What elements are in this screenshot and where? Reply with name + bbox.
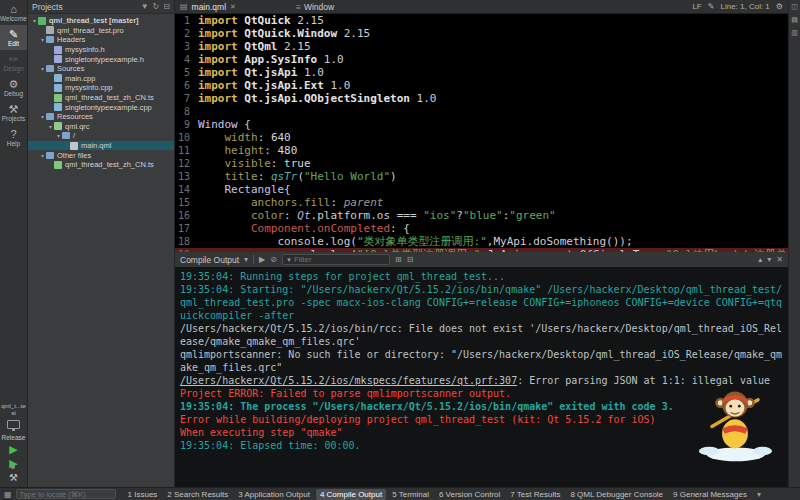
build-button[interactable]: ⚒ — [9, 472, 18, 483]
expander-icon[interactable]: ▾ — [39, 36, 46, 43]
filter-tree-icon[interactable]: ▼ — [141, 2, 149, 11]
output-line: When executing step "qmake" — [180, 426, 783, 439]
tree-item-label: main.cpp — [65, 74, 95, 83]
tree-item-singletontypeexample-cpp[interactable]: singletontypeexample.cpp — [28, 102, 174, 112]
line-ending-indicator[interactable]: LF — [692, 2, 701, 11]
code-line-13: 13 title: qsTr("Hello World") — [175, 170, 788, 183]
editor-column: ▤ main.qml ✕ ≡ Window LF ✎ Line: 1, Col:… — [175, 0, 788, 487]
line-number: 13 — [175, 170, 198, 183]
tree-item-resources[interactable]: ▾Resources — [28, 112, 174, 122]
output-pane-7-test-results[interactable]: 7 Test Results — [506, 489, 564, 500]
line-number: 2 — [175, 27, 198, 40]
output-pane-8-qml-debugger-console[interactable]: 8 QML Debugger Console — [566, 489, 667, 500]
compile-output-log[interactable]: 19:35:04: Running steps for project qml_… — [175, 267, 788, 487]
run-build-icon[interactable]: ▶ — [259, 255, 265, 264]
code-text: import Qt.jsApi.Ext 1.0 — [198, 79, 350, 92]
close-document-icon[interactable]: ✕ — [230, 3, 236, 11]
bookmarks-icon[interactable]: ▥ — [791, 29, 798, 37]
cancel-build-icon[interactable]: ⊘ — [270, 255, 277, 264]
line-number: 6 — [175, 79, 198, 92]
tree-item-other-files[interactable]: ▾Other files — [28, 150, 174, 160]
output-line: Project ERROR: Failed to parse qmlimport… — [180, 387, 783, 400]
editor-tab-main-qml[interactable]: main.qml — [192, 2, 226, 12]
mode-welcome[interactable]: ⌂Welcome — [0, 0, 27, 25]
status-bar: ▦ 1 Issues2 Search Results3 Application … — [0, 487, 800, 500]
panes-menu-icon[interactable]: ▾ — [757, 490, 761, 499]
expander-icon[interactable]: ▾ — [31, 17, 38, 24]
edit-icon: ✎ — [0, 28, 27, 40]
mode-debug[interactable]: ⚙Debug — [0, 75, 27, 100]
tree-item-singletontypeexample-h[interactable]: singletontypeexample.h — [28, 54, 174, 64]
qml-file-icon — [70, 142, 78, 150]
minimize-panel-icon[interactable]: ▾ — [767, 255, 771, 264]
projects-pane-toolbar: ▼ ↻ ⊟ — [141, 2, 170, 11]
tree-item-mysysinfo-h[interactable]: mysysinfo.h — [28, 45, 174, 55]
tree-item-main-qml[interactable]: main.qml — [28, 141, 174, 151]
zoom-out-icon[interactable]: ⊟ — [407, 255, 414, 264]
split-editor-icon[interactable]: ◫ — [791, 3, 798, 11]
context-selector[interactable]: ≡ Window — [296, 2, 334, 12]
panel-menu-icon[interactable]: ▾ — [244, 255, 248, 264]
code-line-16: 16 color: Qt.platform.os === "ios"?"blue… — [175, 209, 788, 222]
code-line-15: 15 anchors.fill: parent — [175, 196, 788, 209]
debug-run-button[interactable]: ▶ — [9, 458, 17, 469]
locator-input[interactable] — [20, 490, 114, 499]
output-pane-buttons: 1 Issues2 Search Results3 Application Ou… — [124, 489, 751, 500]
tree-item-qml-thread-test-zh-cn-ts[interactable]: qml_thread_test_zh_CN.ts — [28, 93, 174, 103]
locator-icon[interactable]: ▦ — [4, 490, 12, 499]
folder-file-icon — [46, 113, 54, 120]
maximize-panel-icon[interactable]: ▴ — [758, 255, 762, 264]
file-link[interactable]: /Users/hackerx/Qt/5.15.2/ios/mkspecs/fea… — [180, 375, 517, 386]
cpp-file-icon — [54, 74, 62, 82]
outline-icon[interactable]: ▤ — [791, 16, 798, 24]
close-panel-icon[interactable]: ✕ — [776, 255, 783, 264]
kit-selector[interactable]: qml_t...test — [0, 403, 27, 417]
collapse-all-icon[interactable]: ⊟ — [163, 2, 170, 11]
kit-device-icon[interactable] — [7, 420, 20, 429]
tree-item-sources[interactable]: ▾Sources — [28, 64, 174, 74]
filter-input[interactable] — [294, 255, 384, 264]
output-line: 19:35:04: Elapsed time: 00:00. — [180, 439, 783, 452]
mode-label: Projects — [0, 115, 27, 123]
tree-item-mysysinfo-cpp[interactable]: mysysinfo.cpp — [28, 83, 174, 93]
expander-icon[interactable]: ▾ — [39, 65, 46, 72]
tree-item--[interactable]: ▾/ — [28, 131, 174, 141]
output-pane-6-version-control[interactable]: 6 Version Control — [435, 489, 504, 500]
tree-item-qml-thread-test-master-[interactable]: ▾qml_thread_test [master] — [28, 16, 174, 26]
sync-with-editor-icon[interactable]: ↻ — [153, 2, 160, 11]
tree-item-headers[interactable]: ▾Headers — [28, 35, 174, 45]
tree-item-main-cpp[interactable]: main.cpp — [28, 74, 174, 84]
tree-item-label: / — [73, 131, 75, 140]
expander-icon[interactable]: ▾ — [39, 152, 46, 159]
output-pane-5-terminal[interactable]: 5 Terminal — [388, 489, 433, 500]
line-number: 12 — [175, 157, 198, 170]
tree-item-qml-qrc[interactable]: ▾qml.qrc — [28, 122, 174, 132]
mode-edit[interactable]: ✎Edit — [0, 25, 27, 50]
cpp-file-icon — [54, 103, 62, 111]
locator-field[interactable] — [16, 489, 116, 499]
output-pane-1-issues[interactable]: 1 Issues — [124, 489, 162, 500]
output-line: qmlimportscanner: No such file or direct… — [180, 348, 783, 374]
code-line-11: 11 height: 480 — [175, 144, 788, 157]
open-documents-icon[interactable]: ▤ — [180, 2, 188, 11]
output-pane-4-compile-output[interactable]: 4 Compile Output — [316, 489, 386, 500]
mode-design[interactable]: ✏Design — [0, 50, 27, 75]
tree-item-label: main.qml — [81, 141, 111, 150]
tree-item-qml-thread-test-zh-cn-ts[interactable]: qml_thread_test_zh_CN.ts — [28, 160, 174, 170]
editor-settings-icon[interactable]: ⚙ — [776, 2, 783, 11]
output-pane-2-search-results[interactable]: 2 Search Results — [163, 489, 232, 500]
code-editor[interactable]: 1import QtQuick 2.152import QtQuick.Wind… — [175, 14, 788, 252]
expander-icon[interactable]: ▾ — [55, 132, 62, 139]
mode-help[interactable]: ?Help — [0, 125, 27, 150]
expander-icon[interactable]: ▾ — [39, 113, 46, 120]
line-number: 1 — [175, 14, 198, 27]
run-button[interactable]: ▶ — [9, 444, 17, 455]
h-file-icon — [54, 46, 62, 54]
projects-icon: ⚒ — [0, 103, 27, 115]
output-pane-9-general-messages[interactable]: 9 General Messages — [669, 489, 751, 500]
expander-icon[interactable]: ▾ — [47, 123, 54, 130]
mode-projects[interactable]: ⚒Projects — [0, 100, 27, 125]
tree-item-qml-thread-test-pro[interactable]: qml_thread_test.pro — [28, 26, 174, 36]
output-pane-3-application-output[interactable]: 3 Application Output — [234, 489, 314, 500]
zoom-in-icon[interactable]: ⊞ — [395, 255, 402, 264]
